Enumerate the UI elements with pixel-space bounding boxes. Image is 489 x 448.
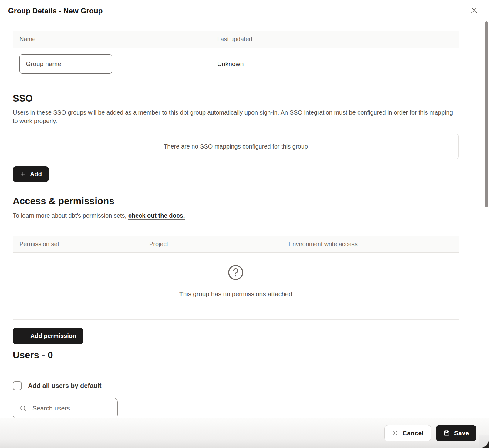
close-icon — [470, 6, 479, 16]
permissions-docs-line: To learn more about dbt's permission set… — [13, 212, 459, 219]
save-disk-icon — [443, 430, 450, 436]
sso-description: Users in these SSO groups will be added … — [13, 108, 459, 125]
section-divider — [13, 319, 459, 320]
permissions-table-header: Permission set Project Environment write… — [13, 236, 459, 253]
permission-set-column-header: Permission set — [13, 241, 143, 248]
add-all-users-row: Add all users by default — [13, 381, 459, 390]
name-table-row: Unknown — [13, 48, 459, 80]
sso-empty-state: There are no SSO mappings configured for… — [13, 134, 459, 159]
user-search — [13, 398, 118, 419]
add-permission-button-label: Add permission — [30, 333, 76, 339]
close-button[interactable] — [468, 5, 480, 17]
sso-section: SSO Users in these SSO groups will be ad… — [13, 93, 459, 182]
add-sso-button-label: Add — [30, 171, 42, 178]
users-section: Users - 0 Add all users by default — [13, 350, 459, 419]
docs-line-text: To learn more about dbt's permission set… — [13, 212, 128, 219]
cancel-button-label: Cancel — [403, 430, 423, 437]
add-sso-mapping-button[interactable]: Add — [13, 166, 49, 182]
page-title: Group Details - New Group — [8, 7, 103, 15]
permissions-empty-state: This group has no permissions attached — [13, 264, 459, 298]
add-all-users-label: Add all users by default — [28, 382, 102, 390]
plus-icon — [20, 171, 26, 177]
docs-link[interactable]: check out the docs. — [128, 212, 185, 219]
group-details-modal: Group Details - New Group Name Last upda… — [0, 0, 489, 448]
users-heading: Users - 0 — [13, 350, 459, 361]
plus-icon — [20, 333, 26, 339]
group-name-input[interactable] — [19, 54, 112, 74]
name-table-header: Name Last updated — [13, 31, 459, 48]
cancel-x-icon — [392, 430, 399, 436]
name-column-header: Name — [13, 36, 211, 43]
access-permissions-heading: Access & permissions — [13, 196, 459, 207]
save-button-label: Save — [454, 430, 469, 437]
question-circle-icon — [228, 264, 244, 282]
environment-write-access-column-header: Environment write access — [282, 241, 459, 248]
permissions-empty-message: This group has no permissions attached — [13, 290, 459, 298]
modal-body: Name Last updated Unknown SSO Users in t… — [0, 31, 471, 419]
modal-footer: Cancel Save — [0, 418, 489, 448]
add-permission-button[interactable]: Add permission — [13, 328, 83, 344]
sso-empty-message: There are no SSO mappings configured for… — [164, 143, 308, 150]
add-all-users-checkbox[interactable] — [13, 381, 22, 390]
last-updated-column-header: Last updated — [211, 36, 459, 43]
group-name-section: Name Last updated Unknown — [13, 31, 459, 80]
save-button[interactable]: Save — [436, 425, 476, 441]
sso-heading: SSO — [13, 93, 459, 104]
project-column-header: Project — [143, 241, 282, 248]
search-users-input[interactable] — [13, 398, 118, 419]
access-permissions-section: Access & permissions To learn more about… — [13, 196, 459, 344]
vertical-scrollbar-thumb[interactable] — [485, 21, 488, 207]
cancel-button[interactable]: Cancel — [384, 425, 431, 441]
modal-header: Group Details - New Group — [0, 0, 489, 22]
last-updated-value: Unknown — [211, 60, 459, 68]
